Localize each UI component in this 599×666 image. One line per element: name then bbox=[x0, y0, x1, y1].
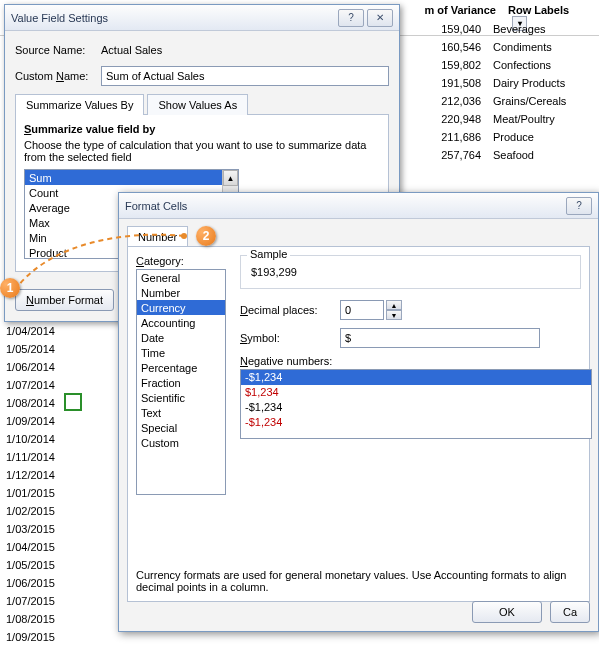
list-item[interactable]: Currency bbox=[137, 300, 225, 315]
source-name-label: Source Name: bbox=[15, 44, 101, 56]
list-item[interactable]: Custom bbox=[137, 435, 225, 450]
dlg1-titlebar[interactable]: Value Field Settings ? ✕ bbox=[5, 5, 399, 31]
negative-numbers-list[interactable]: -$1,234$1,234-$1,234-$1,234 bbox=[240, 369, 592, 439]
dlg2-title: Format Cells bbox=[125, 200, 563, 212]
decimal-spinner[interactable]: ▲ ▼ bbox=[386, 300, 402, 320]
date-cell[interactable]: 1/08/2015 bbox=[2, 610, 62, 628]
cell-selection bbox=[64, 393, 82, 411]
help-button[interactable]: ? bbox=[566, 197, 592, 215]
dlg1-title: Value Field Settings bbox=[11, 12, 335, 24]
symbol-input[interactable] bbox=[340, 328, 540, 348]
pivot-row: 211,686Produce bbox=[419, 128, 599, 146]
category-list[interactable]: GeneralNumberCurrencyAccountingDateTimeP… bbox=[136, 269, 226, 495]
date-cell[interactable]: 1/05/2014 bbox=[2, 340, 62, 358]
pivot-row: 220,948Meat/Poultry bbox=[419, 110, 599, 128]
list-item[interactable]: Number bbox=[137, 285, 225, 300]
list-item[interactable]: -$1,234 bbox=[241, 370, 591, 385]
date-cell[interactable]: 1/10/2014 bbox=[2, 430, 62, 448]
date-cell[interactable]: 1/12/2014 bbox=[2, 466, 62, 484]
tab-number[interactable]: Number bbox=[127, 226, 188, 247]
date-cell[interactable]: 1/06/2014 bbox=[2, 358, 62, 376]
list-item[interactable]: -$1,234 bbox=[241, 400, 591, 415]
pivot-rows: 159,040Beverages160,546Condiments159,802… bbox=[419, 20, 599, 164]
decimal-places-input[interactable] bbox=[340, 300, 384, 320]
date-cell[interactable]: 1/06/2015 bbox=[2, 574, 62, 592]
date-cell[interactable]: 1/08/2014 bbox=[2, 394, 62, 412]
source-name-value: Actual Sales bbox=[101, 44, 162, 56]
pivot-row: 159,040Beverages bbox=[419, 20, 599, 38]
date-cell[interactable]: 1/11/2014 bbox=[2, 448, 62, 466]
dlg2-titlebar[interactable]: Format Cells ? bbox=[119, 193, 598, 219]
list-item[interactable]: Sum bbox=[25, 170, 238, 185]
pivot-row: 191,508Dairy Products bbox=[419, 74, 599, 92]
close-button[interactable]: ✕ bbox=[367, 9, 393, 27]
spin-down-icon[interactable]: ▼ bbox=[386, 310, 402, 320]
date-cell[interactable]: 1/09/2014 bbox=[2, 412, 62, 430]
scroll-up-icon[interactable]: ▲ bbox=[223, 170, 238, 186]
date-cell[interactable]: 1/07/2015 bbox=[2, 592, 62, 610]
date-cell[interactable]: 1/01/2015 bbox=[2, 484, 62, 502]
summarize-heading: Summarize value field by bbox=[24, 123, 380, 135]
decimal-places-label: Decimal places: bbox=[240, 304, 340, 316]
pivot-row: 160,546Condiments bbox=[419, 38, 599, 56]
list-item[interactable]: General bbox=[137, 270, 225, 285]
number-format-button[interactable]: Number Format bbox=[15, 289, 114, 311]
currency-description: Currency formats are used for general mo… bbox=[136, 569, 581, 593]
list-item[interactable]: Scientific bbox=[137, 390, 225, 405]
custom-name-label: Custom Name: bbox=[15, 70, 101, 82]
list-item[interactable]: -$1,234 bbox=[241, 415, 591, 430]
list-item[interactable]: Special bbox=[137, 420, 225, 435]
date-cell[interactable]: 1/04/2014 bbox=[2, 322, 62, 340]
date-cell[interactable]: 1/03/2015 bbox=[2, 520, 62, 538]
negative-label: Negative numbers: bbox=[240, 355, 581, 367]
date-cell[interactable]: 1/04/2015 bbox=[2, 538, 62, 556]
tab-summarize-values-by[interactable]: Summarize Values By bbox=[15, 94, 144, 115]
callout-1: 1 bbox=[0, 278, 20, 298]
list-item[interactable]: Percentage bbox=[137, 360, 225, 375]
ok-button[interactable]: OK bbox=[472, 601, 542, 623]
format-cells-dialog: Format Cells ? Number Category: GeneralN… bbox=[118, 192, 599, 632]
summarize-desc: Choose the type of calculation that you … bbox=[24, 139, 380, 163]
pivot-row: 212,036Grains/Cereals bbox=[419, 92, 599, 110]
cancel-button[interactable]: Ca bbox=[550, 601, 590, 623]
date-cell[interactable]: 1/05/2015 bbox=[2, 556, 62, 574]
date-cell[interactable]: 1/02/2015 bbox=[2, 502, 62, 520]
pivot-row: 159,802Confections bbox=[419, 56, 599, 74]
sample-value: $193,299 bbox=[247, 260, 574, 278]
list-item[interactable]: Date bbox=[137, 330, 225, 345]
list-item[interactable]: Accounting bbox=[137, 315, 225, 330]
custom-name-input[interactable] bbox=[101, 66, 389, 86]
symbol-label: Symbol: bbox=[240, 332, 340, 344]
list-item[interactable]: $1,234 bbox=[241, 385, 591, 400]
tab-show-values-as[interactable]: Show Values As bbox=[147, 94, 248, 115]
callout-2: 2 bbox=[196, 226, 216, 246]
pivot-row: 257,764Seafood bbox=[419, 146, 599, 164]
list-item[interactable]: Text bbox=[137, 405, 225, 420]
list-item[interactable]: Fraction bbox=[137, 375, 225, 390]
date-cell[interactable]: 1/07/2014 bbox=[2, 376, 62, 394]
date-cell[interactable]: 1/09/2015 bbox=[2, 628, 62, 646]
sample-label: Sample bbox=[247, 248, 290, 260]
sample-group: Sample $193,299 bbox=[240, 255, 581, 289]
list-item[interactable]: Time bbox=[137, 345, 225, 360]
spin-up-icon[interactable]: ▲ bbox=[386, 300, 402, 310]
help-button[interactable]: ? bbox=[338, 9, 364, 27]
date-column: 1/04/20141/05/20141/06/20141/07/20141/08… bbox=[2, 322, 62, 646]
